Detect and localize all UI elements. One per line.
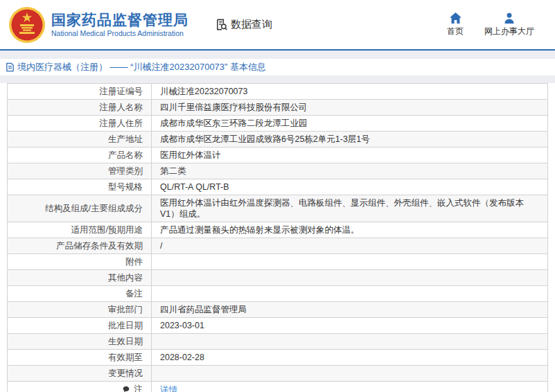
row-value: 2028-02-28 <box>160 353 204 362</box>
nav-item-service-hall[interactable]: 网上办事大厅 <box>484 12 534 37</box>
row-label: 附件 <box>125 257 143 267</box>
row-value: 第二类 <box>160 166 186 176</box>
row-label: 适用范围/预期用途 <box>71 225 143 235</box>
nav-item-home[interactable]: 首页 <box>447 12 464 37</box>
row-label: 产品储存条件及有效期 <box>56 241 143 251</box>
table-row: 适用范围/预期用途 产品通过测量额头的热辐射来显示被测对象的体温。 <box>8 222 548 238</box>
table-container: 注册证编号 川械注准20232070073 注册人名称 四川千里倍益康医疗科技股… <box>0 83 555 392</box>
details-link[interactable]: 详情 <box>160 385 177 392</box>
table-row: 生产地址 成都市成华区龙潭工业园成致路6号25栋2单元1-3层1号 <box>8 132 548 148</box>
home-icon <box>450 12 461 24</box>
table-row: 其他内容 <box>8 270 548 286</box>
table-row: 备注 <box>8 286 548 302</box>
row-label: 型号规格 <box>108 182 143 192</box>
row-label: 产品名称 <box>108 150 143 160</box>
row-label: 变更情况 <box>108 368 143 378</box>
table-row: 型号规格 QL/RT-A QL/RT-B <box>8 179 548 195</box>
row-value: 产品通过测量额头的热辐射来显示被测对象的体温。 <box>160 225 360 235</box>
row-label: 结构及组成/主要组成成分 <box>45 204 143 213</box>
row-label: 注 <box>134 384 143 392</box>
row-label: 管理类别 <box>108 166 143 176</box>
row-value: QL/RT-A QL/RT-B <box>160 182 229 192</box>
table-row: 变更情况 <box>8 366 548 382</box>
table-row: 附件 <box>8 254 548 270</box>
agency-name-zh: 国家药品监督管理局 <box>51 12 188 28</box>
search-document-icon <box>215 18 228 31</box>
top-nav: 首页 网上办事大厅 <box>447 12 534 37</box>
info-table-body: 注册证编号 川械注准20232070073 注册人名称 四川千里倍益康医疗科技股… <box>8 84 548 392</box>
agency-name-en: National Medical Products Administration <box>51 30 188 38</box>
table-row: 有效期至 2028-02-28 <box>8 350 548 366</box>
row-label: 审批部门 <box>108 305 143 314</box>
breadcrumb: 境内医疗器械（注册） —— “川械注准20232070073” 基本信息 <box>0 59 555 75</box>
document-icon <box>6 62 15 72</box>
note-icon <box>123 384 130 392</box>
row-value: 2023-03-01 <box>160 321 204 330</box>
row-value: 成都市成华区东三环路二段龙潭工业园 <box>160 118 308 128</box>
table-row: 生效日期 <box>8 334 548 350</box>
row-label: 注册人名称 <box>100 103 143 112</box>
person-icon <box>504 12 515 24</box>
row-value: / <box>160 241 162 251</box>
nav-label-service-hall: 网上办事大厅 <box>484 26 534 37</box>
agency-title-block: 国家药品监督管理局 National Medical Products Admi… <box>51 12 188 38</box>
row-label: 生效日期 <box>108 337 143 346</box>
nav-label-home: 首页 <box>447 26 464 37</box>
table-row: 注册人住所 成都市成华区东三环路二段龙潭工业园 <box>8 116 548 132</box>
table-row: 产品名称 医用红外体温计 <box>8 148 548 163</box>
row-label: 注册证编号 <box>100 87 143 96</box>
data-query-title: 数据查询 <box>215 18 272 31</box>
row-label: 有效期至 <box>108 353 143 362</box>
row-value: 医用红外体温计 <box>160 150 221 160</box>
table-row: 审批部门 四川省药品监督管理局 <box>8 302 548 318</box>
info-table: 注册证编号 川械注准20232070073 注册人名称 四川千里倍益康医疗科技股… <box>7 83 548 392</box>
row-label: 批准日期 <box>108 321 143 330</box>
table-row: 结构及组成/主要组成成分 医用红外体温计由红外温度探测器、电路板组件、显示组件、… <box>8 195 548 222</box>
table-row: 注 详情 <box>8 382 548 392</box>
table-row: 管理类别 第二类 <box>8 163 548 179</box>
table-row: 注册人名称 四川千里倍益康医疗科技股份有限公司 <box>8 100 548 116</box>
page-header: 国家药品监督管理局 National Medical Products Admi… <box>0 0 555 51</box>
row-value: 四川千里倍益康医疗科技股份有限公司 <box>160 103 308 112</box>
breadcrumb-text: 境内医疗器械（注册） —— “川械注准20232070073” 基本信息 <box>17 61 266 73</box>
table-row: 注册证编号 川械注准20232070073 <box>8 84 548 100</box>
data-query-label: 数据查询 <box>231 18 272 31</box>
row-value: 成都市成华区龙潭工业园成致路6号25栋2单元1-3层1号 <box>160 134 370 144</box>
row-label: 其他内容 <box>108 273 143 283</box>
table-row: 批准日期 2023-03-01 <box>8 318 548 334</box>
national-emblem-logo <box>8 6 46 44</box>
row-label: 生产地址 <box>108 134 143 144</box>
spacer-band <box>0 51 555 59</box>
row-label: 备注 <box>125 289 143 299</box>
row-value: 医用红外体温计由红外温度探测器、电路板组件、显示组件、外壳组件、嵌入式软件（发布… <box>160 198 524 219</box>
table-row: 产品储存条件及有效期 / <box>8 238 548 254</box>
row-value: 川械注准20232070073 <box>160 87 247 96</box>
row-value: 四川省药品监督管理局 <box>160 305 247 314</box>
spacer-band <box>0 75 555 83</box>
row-label: 注册人住所 <box>100 118 143 128</box>
